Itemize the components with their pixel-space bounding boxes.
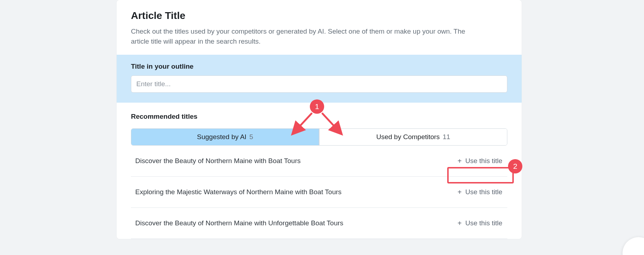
- use-this-title-label: Use this title: [465, 188, 502, 196]
- use-this-title-button[interactable]: + Use this title: [454, 217, 506, 229]
- tab-label: Used by Competitors: [376, 133, 440, 141]
- tab-count: 5: [249, 133, 253, 141]
- title-list: Discover the Beauty of Northern Maine wi…: [131, 146, 507, 239]
- plus-icon: +: [458, 188, 462, 196]
- list-item: Exploring the Majestic Waterways of Nort…: [131, 177, 507, 208]
- annotation-badge-1: 1: [310, 99, 324, 114]
- list-item: Discover the Beauty of Northern Maine wi…: [131, 208, 507, 239]
- annotation-badge-2: 2: [508, 159, 522, 173]
- suggested-title-text: Discover the Beauty of Northern Maine wi…: [135, 157, 301, 165]
- article-title-card: Article Title Check out the titles used …: [117, 0, 522, 239]
- use-this-title-button[interactable]: + Use this title: [454, 186, 506, 198]
- page-title: Article Title: [131, 10, 507, 21]
- title-input[interactable]: [131, 75, 507, 93]
- tabs: Suggested by AI 5 Used by Competitors 11: [131, 128, 507, 146]
- tab-count: 11: [443, 133, 450, 141]
- suggested-title-text: Discover the Beauty of Northern Maine wi…: [135, 219, 343, 227]
- annotation-badge-label: 1: [315, 102, 319, 111]
- use-this-title-button[interactable]: + Use this title: [454, 155, 506, 167]
- floating-action-partial: [623, 237, 644, 255]
- page-description: Check out the titles used by your compet…: [131, 26, 474, 46]
- tab-suggested-by-ai[interactable]: Suggested by AI 5: [131, 129, 319, 145]
- tab-label: Suggested by AI: [197, 133, 247, 141]
- suggested-title-text: Exploring the Majestic Waterways of Nort…: [135, 188, 342, 196]
- recommended-heading: Recommended titles: [131, 113, 507, 121]
- annotation-badge-label: 2: [513, 162, 517, 171]
- title-outline-box: Title in your outline: [117, 55, 522, 103]
- card-header: Article Title Check out the titles used …: [117, 0, 522, 55]
- list-item: Discover the Beauty of Northern Maine wi…: [131, 146, 507, 177]
- plus-icon: +: [458, 157, 462, 165]
- use-this-title-label: Use this title: [465, 219, 502, 227]
- outline-label: Title in your outline: [131, 63, 507, 70]
- plus-icon: +: [458, 220, 462, 227]
- recommended-section: Recommended titles Suggested by AI 5 Use…: [117, 103, 522, 239]
- use-this-title-label: Use this title: [465, 157, 502, 165]
- tab-used-by-competitors[interactable]: Used by Competitors 11: [319, 129, 507, 145]
